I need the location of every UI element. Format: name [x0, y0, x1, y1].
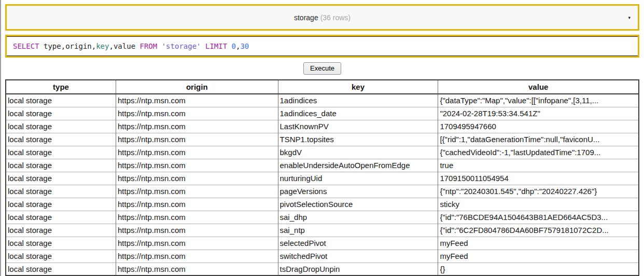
sql-token-number: 0 [232, 42, 236, 50]
table-cell: pivotSelectionSource [278, 198, 438, 211]
sql-token-plain: value [114, 42, 135, 50]
table-row: local storagehttps://ntp.msn.com1adindic… [6, 94, 639, 107]
table-cell: https://ntp.msn.com [116, 133, 278, 146]
table-row: local storagehttps://ntp.msn.compageVers… [6, 185, 639, 198]
table-cell: myFeed [438, 250, 639, 263]
table-row: local storagehttps://ntp.msn.comtsDragDr… [6, 263, 639, 275]
table-cell: local storage [6, 146, 116, 159]
table-cell: local storage [6, 120, 116, 133]
execute-button[interactable]: Execute [303, 62, 341, 75]
table-cell: https://ntp.msn.com [116, 198, 278, 211]
extension-window: storage (36 rows) ▾ SELECT type,origin,k… [0, 0, 644, 276]
selector-row-count: (36 rows) [320, 13, 351, 22]
table-cell: sticky [438, 198, 639, 211]
table-cell: true [438, 159, 639, 172]
table-cell: local storage [6, 133, 116, 146]
button-row: Execute [5, 58, 639, 79]
table-cell: https://ntp.msn.com [116, 120, 278, 133]
table-cell: https://ntp.msn.com [116, 224, 278, 237]
sql-token-plain [201, 42, 205, 50]
table-cell: https://ntp.msn.com [116, 94, 278, 107]
table-row: local storagehttps://ntp.msn.comLastKnow… [6, 120, 639, 133]
table-cell: https://ntp.msn.com [116, 159, 278, 172]
table-cell: 1709495947660 [438, 120, 639, 133]
column-header-value: value [438, 80, 639, 94]
table-cell: local storage [6, 94, 116, 107]
table-cell: sai_ntp [278, 224, 438, 237]
sql-token-builtin: key [96, 42, 109, 50]
table-row: local storagehttps://ntp.msn.comenableUn… [6, 159, 639, 172]
column-header-type: type [6, 80, 116, 94]
table-cell: local storage [6, 107, 116, 120]
table-cell: https://ntp.msn.com [116, 185, 278, 198]
table-cell: https://ntp.msn.com [116, 237, 278, 250]
sql-token-plain [227, 42, 231, 50]
sql-token-plain [39, 42, 44, 50]
sql-token-keyword: SELECT [13, 42, 39, 50]
table-row: local storagehttps://ntp.msn.comswitched… [6, 250, 639, 263]
table-cell: {"id":"6C2FD804786D4A60BF7579181072C2D..… [438, 224, 639, 237]
table-cell: bkgdV [278, 146, 438, 159]
table-cell: "2024-02-28T19:53:34.541Z" [438, 107, 639, 120]
table-cell: local storage [6, 211, 116, 224]
sql-token-plain [135, 42, 139, 50]
sql-token-keyword: LIMIT [205, 42, 227, 50]
table-row: local storagehttps://ntp.msn.comsai_ntp{… [6, 224, 639, 237]
table-cell: TSNP1.topsites [278, 133, 438, 146]
table-row: local storagehttps://ntp.msn.combkgdV{"c… [6, 146, 639, 159]
sql-editor-frame: SELECT type,origin,key,value FROM 'stora… [5, 35, 639, 58]
table-cell: pageVersions [278, 185, 438, 198]
table-cell: local storage [6, 237, 116, 250]
sql-token-plain: origin [65, 42, 92, 50]
table-cell: 1adindices [278, 94, 438, 107]
selector-table-name: storage [294, 13, 318, 22]
table-cell: local storage [6, 198, 116, 211]
table-cell: switchedPivot [278, 250, 438, 263]
table-row: local storagehttps://ntp.msn.comnurturin… [6, 172, 639, 185]
sql-token-plain: , [236, 42, 240, 50]
table-cell: https://ntp.msn.com [116, 263, 278, 275]
sql-token-plain: , [92, 42, 96, 50]
table-row: local storagehttps://ntp.msn.comsai_dhp{… [6, 211, 639, 224]
table-cell: {"cachedVideoId":-1,"lastUpdatedTime":17… [438, 146, 639, 159]
table-cell: local storage [6, 185, 116, 198]
table-cell: selectedPivot [278, 237, 438, 250]
table-cell: sai_dhp [278, 211, 438, 224]
table-cell: {"id":"76BCDE94A1504643B81AED664AC5D3... [438, 211, 639, 224]
sql-token-plain [157, 42, 161, 50]
table-cell: local storage [6, 263, 116, 275]
results-table: typeoriginkeyvalue local storagehttps://… [5, 79, 639, 276]
table-row: local storagehttps://ntp.msn.comselected… [6, 237, 639, 250]
table-cell: myFeed [438, 237, 639, 250]
table-cell: https://ntp.msn.com [116, 211, 278, 224]
column-header-origin: origin [116, 80, 278, 94]
table-cell: https://ntp.msn.com [116, 107, 278, 120]
table-cell: https://ntp.msn.com [116, 250, 278, 263]
sql-token-plain: type [44, 42, 61, 50]
table-cell: local storage [6, 224, 116, 237]
sql-token-string: 'storage' [162, 42, 201, 50]
table-cell: 1709150011054954 [438, 172, 639, 185]
table-cell: https://ntp.msn.com [116, 172, 278, 185]
table-cell: {"dataType":"Map","value":[["infopane",[… [438, 94, 639, 107]
sql-token-plain: , [109, 42, 113, 50]
table-cell: tsDragDropUnpin [278, 263, 438, 275]
table-cell: https://ntp.msn.com [116, 146, 278, 159]
sql-token-keyword: FROM [140, 42, 158, 50]
column-header-key: key [278, 80, 438, 94]
table-cell: local storage [6, 159, 116, 172]
table-cell: local storage [6, 250, 116, 263]
table-selector-dropdown[interactable]: storage (36 rows) ▾ [5, 4, 639, 31]
table-cell: [{"rid":1,"dataGenerationTime":null,"fav… [438, 133, 639, 146]
table-cell: LastKnownPV [278, 120, 438, 133]
sql-token-number: 30 [240, 42, 249, 50]
table-cell: {"ntp":"20240301.545","dhp":"20240227.42… [438, 185, 639, 198]
table-cell: local storage [6, 172, 116, 185]
table-row: local storagehttps://ntp.msn.compivotSel… [6, 198, 639, 211]
table-cell: nurturingUid [278, 172, 438, 185]
table-row: local storagehttps://ntp.msn.comTSNP1.to… [6, 133, 639, 146]
table-cell: {} [438, 263, 639, 275]
table-row: local storagehttps://ntp.msn.com1adindic… [6, 107, 639, 120]
table-cell: 1adindices_date [278, 107, 438, 120]
sql-query-input[interactable]: SELECT type,origin,key,value FROM 'stora… [7, 36, 638, 56]
